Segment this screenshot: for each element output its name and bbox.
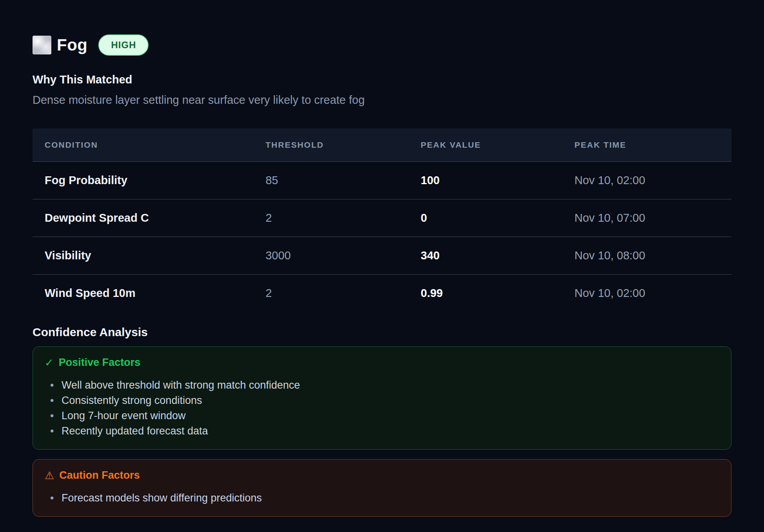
column-header-peak-value: PEAK VALUE [409, 128, 562, 162]
table-row: Wind Speed 10m 2 0.99 Nov 10, 02:00 [33, 275, 731, 312]
why-matched-description: Dense moisture layer settling near surfa… [33, 93, 731, 107]
condition-cell: Fog Probability [33, 162, 253, 199]
threshold-cell: 2 [253, 199, 409, 237]
why-matched-heading: Why This Matched [33, 73, 731, 86]
list-item: Recently updated forecast data [50, 423, 717, 439]
positive-factors-title: Positive Factors [59, 356, 141, 369]
caution-factors-list: Forecast models show differing predictio… [45, 490, 717, 506]
positive-factors-list: Well above threshold with strong match c… [45, 378, 717, 439]
alert-title: Fog [57, 36, 87, 54]
alert-detail-panel: Fog HIGH Why This Matched Dense moisture… [33, 0, 731, 517]
column-header-threshold: THRESHOLD [253, 128, 409, 162]
list-item: Well above threshold with strong match c… [50, 378, 717, 393]
check-icon: ✓ [45, 356, 54, 369]
peak-value-cell: 100 [409, 162, 562, 199]
peak-time-cell: Nov 10, 02:00 [562, 275, 731, 312]
caution-factors-title: Caution Factors [59, 469, 140, 481]
table-row: Visibility 3000 340 Nov 10, 08:00 [33, 237, 731, 275]
table-row: Fog Probability 85 100 Nov 10, 02:00 [33, 162, 731, 199]
conditions-table-header-row: CONDITION THRESHOLD PEAK VALUE PEAK TIME [33, 128, 731, 162]
threshold-cell: 3000 [253, 237, 409, 275]
positive-factors-title-row: ✓ Positive Factors [45, 356, 717, 369]
positive-factors-box: ✓ Positive Factors Well above threshold … [33, 346, 731, 450]
list-item: Forecast models show differing predictio… [50, 490, 717, 506]
fog-emoji-icon [33, 36, 51, 54]
condition-cell: Wind Speed 10m [33, 275, 253, 312]
peak-value-cell: 0 [409, 199, 562, 237]
severity-badge: HIGH [98, 34, 148, 56]
table-row: Dewpoint Spread C 2 0 Nov 10, 07:00 [33, 199, 731, 237]
condition-cell: Dewpoint Spread C [33, 199, 253, 237]
conditions-table: CONDITION THRESHOLD PEAK VALUE PEAK TIME… [33, 128, 731, 312]
list-item: Consistently strong conditions [50, 393, 717, 408]
caution-factors-title-row: ⚠ Caution Factors [45, 469, 717, 481]
condition-cell: Visibility [33, 237, 253, 275]
caution-factors-box: ⚠ Caution Factors Forecast models show d… [33, 459, 731, 517]
peak-value-cell: 340 [409, 237, 562, 275]
warning-icon: ⚠ [45, 469, 54, 481]
column-header-peak-time: PEAK TIME [562, 128, 731, 162]
peak-time-cell: Nov 10, 07:00 [562, 199, 731, 237]
peak-time-cell: Nov 10, 08:00 [562, 237, 731, 275]
threshold-cell: 2 [253, 275, 409, 312]
list-item: Long 7-hour event window [50, 408, 717, 423]
peak-value-cell: 0.99 [409, 275, 562, 312]
confidence-analysis-heading: Confidence Analysis [33, 325, 731, 339]
column-header-condition: CONDITION [33, 128, 253, 162]
threshold-cell: 85 [253, 162, 409, 199]
alert-header: Fog HIGH [33, 34, 731, 56]
peak-time-cell: Nov 10, 02:00 [562, 162, 731, 199]
